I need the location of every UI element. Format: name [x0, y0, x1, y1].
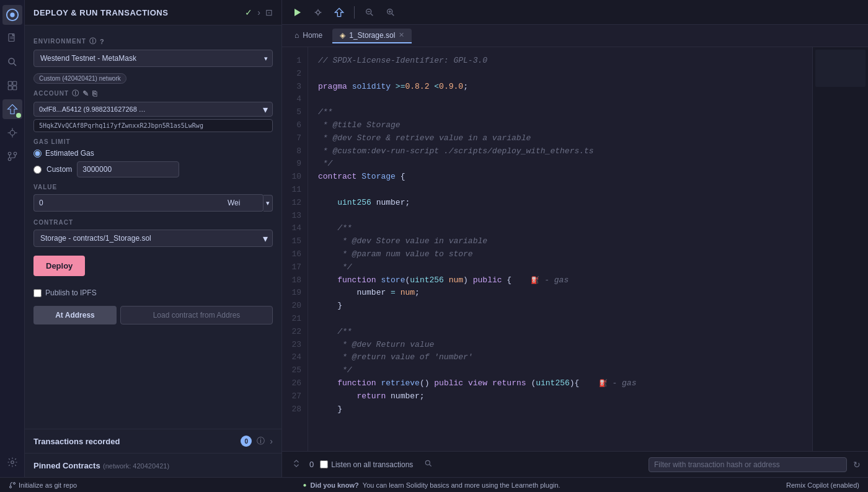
- did-you-know-msg: You can learn Solidity basics and more u…: [363, 481, 560, 489]
- value-unit-select[interactable]: Wei Gwei Finney Ether: [224, 194, 264, 212]
- publish-ipfs-label: Publish to IPFS: [45, 288, 97, 297]
- filter-input[interactable]: [654, 460, 841, 469]
- panel-square-btn[interactable]: ⊡: [265, 7, 273, 17]
- transactions-section[interactable]: Transactions recorded 0 ⓘ ›: [25, 429, 281, 453]
- file-icon: ◈: [340, 31, 345, 40]
- tab-close-btn[interactable]: ✕: [399, 31, 404, 39]
- value-input[interactable]: [33, 194, 224, 212]
- network-badge: Custom (420420421) network: [33, 73, 126, 84]
- svg-point-31: [14, 482, 16, 484]
- svg-line-29: [430, 464, 432, 466]
- did-you-know-label: Did you know?: [311, 481, 359, 489]
- remix-logo-icon[interactable]: [2, 5, 22, 25]
- environment-select[interactable]: Westend Testnet - MetaMask: [33, 50, 273, 67]
- status-center: ● Did you know? You can learn Solidity b…: [84, 481, 779, 489]
- svg-point-5: [9, 58, 14, 64]
- editor-bottom-bar: 0 Listen on all transactions ↻: [282, 451, 868, 477]
- status-bar: Initialize as git repo ● Did you know? Y…: [0, 477, 868, 492]
- left-panel: DEPLOY & RUN TRANSACTIONS ✓ › ⊡ ENVIRONM…: [25, 0, 282, 477]
- svg-point-17: [14, 152, 17, 155]
- tab-home[interactable]: ⌂ Home: [287, 29, 330, 43]
- svg-point-18: [8, 158, 11, 161]
- panel-header: DEPLOY & RUN TRANSACTIONS ✓ › ⊡: [25, 0, 281, 25]
- svg-rect-7: [8, 81, 12, 85]
- publish-row: Publish to IPFS: [33, 288, 273, 297]
- listen-checkbox[interactable]: [320, 460, 328, 468]
- copilot-label: Remix Copilot (enabled): [786, 481, 859, 489]
- env-info-icon[interactable]: ⓘ: [89, 37, 97, 46]
- deploy-icon[interactable]: [2, 99, 22, 119]
- settings-icon[interactable]: [2, 452, 22, 472]
- status-dot: ●: [303, 481, 307, 488]
- value-label: VALUE: [33, 184, 273, 190]
- svg-rect-10: [12, 86, 16, 90]
- refresh-btn[interactable]: ↻: [853, 460, 861, 470]
- toolbar-separator: [354, 6, 355, 19]
- svg-point-1: [10, 12, 14, 17]
- pinned-network: (network: 420420421): [103, 462, 169, 470]
- tx-recorded-label: Transactions recorded: [33, 437, 236, 446]
- panel-arrow-btn[interactable]: ›: [257, 7, 260, 17]
- at-address-button[interactable]: At Address: [33, 306, 117, 324]
- account-info-icon[interactable]: ⓘ: [72, 89, 79, 98]
- env-help-icon[interactable]: ?: [100, 38, 105, 45]
- tx-info-icon[interactable]: ⓘ: [257, 436, 265, 447]
- code-area: 1 2 3 4 5 6 7 8 9 10 11 12 13 14 15 16 1…: [282, 47, 868, 451]
- panel-title: DEPLOY & RUN TRANSACTIONS: [33, 8, 168, 17]
- svg-point-30: [10, 486, 12, 488]
- custom-gas-radio[interactable]: [33, 166, 42, 174]
- tx-count-badge: 0: [241, 436, 252, 447]
- zoom-out-btn[interactable]: [361, 4, 378, 21]
- address-buttons: At Address Load contract from Addres: [33, 306, 273, 324]
- plugin-manager-icon[interactable]: [2, 76, 22, 96]
- expand-btn[interactable]: [290, 457, 303, 473]
- value-row: Wei Gwei Finney Ether ▾: [33, 194, 273, 212]
- pinned-section: Pinned Contracts (network: 420420421): [25, 453, 281, 477]
- environment-label: ENVIRONMENT ⓘ ?: [33, 37, 273, 46]
- editor-toolbar: [282, 0, 868, 25]
- filter-search-area: [649, 457, 847, 472]
- panel-check-btn[interactable]: ✓: [245, 7, 252, 17]
- tab-storage-sol[interactable]: ◈ 1_Storage.sol ✕: [332, 29, 412, 43]
- git-init-label: Initialize as git repo: [19, 481, 77, 489]
- svg-point-28: [426, 460, 430, 465]
- search-icon[interactable]: [2, 52, 22, 72]
- debugger-btn[interactable]: [309, 4, 327, 21]
- tab-storage-label: 1_Storage.sol: [349, 31, 395, 40]
- custom-gas-input[interactable]: [77, 161, 179, 177]
- account-edit-icon[interactable]: ✎: [82, 89, 89, 98]
- tab-home-label: Home: [303, 31, 322, 40]
- pinned-label: Pinned Contracts: [33, 461, 100, 470]
- right-mini-panel: [812, 47, 868, 451]
- svg-point-20: [316, 11, 319, 14]
- svg-point-19: [11, 461, 14, 464]
- debug-icon[interactable]: [2, 123, 22, 143]
- publish-ipfs-checkbox[interactable]: [33, 289, 42, 297]
- svg-point-11: [10, 130, 15, 135]
- git-init-btn[interactable]: Initialize as git repo: [9, 481, 77, 489]
- files-icon[interactable]: [2, 29, 22, 48]
- account-select[interactable]: 0xfF8...A5412 (9.988231627268 …: [33, 102, 273, 117]
- search-icon-btn: [424, 459, 433, 470]
- deploy-button[interactable]: Deploy: [33, 256, 85, 276]
- listen-label: Listen on all transactions: [331, 460, 413, 469]
- deploy-toolbar-btn[interactable]: [330, 4, 348, 21]
- contract-select[interactable]: Storage - contracts/1_Storage.sol: [33, 230, 273, 247]
- custom-gas-label: Custom: [46, 165, 72, 174]
- listen-row: Listen on all transactions: [320, 460, 413, 469]
- gas-limit-section: GAS LIMIT Estimated Gas Custom: [33, 138, 273, 177]
- zoom-in-btn[interactable]: [382, 4, 399, 21]
- gas-limit-label: GAS LIMIT: [33, 138, 273, 145]
- account-select-wrap: 0xfF8...A5412 (9.988231627268 … ▾: [33, 102, 273, 117]
- line-numbers: 1 2 3 4 5 6 7 8 9 10 11 12 13 14 15 16 1…: [282, 47, 308, 451]
- estimated-gas-row: Estimated Gas: [33, 149, 273, 158]
- svg-line-6: [14, 63, 16, 66]
- account-label: ACCOUNT ⓘ ✎ ⎘: [33, 89, 273, 98]
- git-icon[interactable]: [2, 146, 22, 166]
- estimated-gas-radio[interactable]: [33, 150, 42, 158]
- load-contract-button[interactable]: Load contract from Addres: [120, 306, 273, 324]
- editor-area: ⌂ Home ◈ 1_Storage.sol ✕ 1 2 3 4 5 6 7 8…: [282, 0, 868, 477]
- run-button[interactable]: [288, 4, 306, 21]
- code-editor[interactable]: // SPDX-License-Identifier: GPL-3.0 prag…: [308, 47, 812, 451]
- account-copy-icon[interactable]: ⎘: [92, 89, 97, 98]
